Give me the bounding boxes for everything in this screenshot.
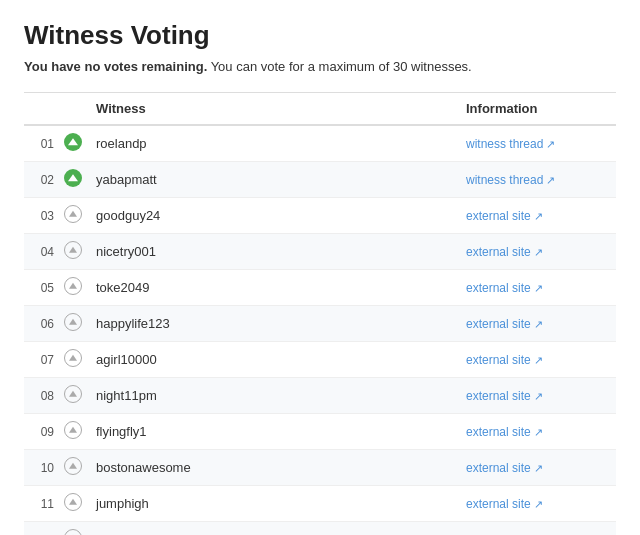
upvote-outline-icon[interactable] xyxy=(64,313,82,331)
vote-icon-cell[interactable] xyxy=(60,486,86,522)
info-link-cell[interactable]: external site↗ xyxy=(456,522,616,536)
witness-name: hunger365 xyxy=(86,522,456,536)
witness-name: toke2049 xyxy=(86,270,456,306)
info-link[interactable]: witness thread↗ xyxy=(466,137,555,151)
info-link-cell[interactable]: external site↗ xyxy=(456,342,616,378)
witness-name: yabapmatt xyxy=(86,162,456,198)
external-link-icon: ↗ xyxy=(534,390,543,403)
vote-icon-cell[interactable] xyxy=(60,450,86,486)
table-row: 09flyingfly1external site↗ xyxy=(24,414,616,450)
table-row: 01roelandpwitness thread↗ xyxy=(24,125,616,162)
witness-name: agirl10000 xyxy=(86,342,456,378)
upvote-outline-icon[interactable] xyxy=(64,421,82,439)
row-number: 07 xyxy=(24,342,60,378)
witness-name: jumphigh xyxy=(86,486,456,522)
vote-icon-cell[interactable] xyxy=(60,234,86,270)
page-subtitle: You have no votes remaining. You can vot… xyxy=(24,59,616,74)
info-link-cell[interactable]: external site↗ xyxy=(456,414,616,450)
table-row: 06happylife123external site↗ xyxy=(24,306,616,342)
row-number: 10 xyxy=(24,450,60,486)
info-link-cell[interactable]: witness thread↗ xyxy=(456,125,616,162)
external-link-icon: ↗ xyxy=(534,462,543,475)
info-link-cell[interactable]: external site↗ xyxy=(456,450,616,486)
witness-table: Witness Information 01roelandpwitness th… xyxy=(24,92,616,535)
info-link-cell[interactable]: external site↗ xyxy=(456,198,616,234)
table-row: 04nicetry001external site↗ xyxy=(24,234,616,270)
vote-icon-cell[interactable] xyxy=(60,162,86,198)
row-number: 12 xyxy=(24,522,60,536)
vote-icon-cell[interactable] xyxy=(60,342,86,378)
vote-icon-cell[interactable] xyxy=(60,125,86,162)
external-link-icon: ↗ xyxy=(546,138,555,151)
info-link-cell[interactable]: external site↗ xyxy=(456,306,616,342)
external-link-icon: ↗ xyxy=(534,246,543,259)
row-number: 09 xyxy=(24,414,60,450)
info-link-cell[interactable]: external site↗ xyxy=(456,270,616,306)
info-link[interactable]: external site↗ xyxy=(466,389,543,403)
vote-icon-cell[interactable] xyxy=(60,198,86,234)
row-number: 01 xyxy=(24,125,60,162)
info-link-cell[interactable]: external site↗ xyxy=(456,378,616,414)
witness-name: goodguy24 xyxy=(86,198,456,234)
row-number: 08 xyxy=(24,378,60,414)
info-link[interactable]: external site↗ xyxy=(466,353,543,367)
witness-name: happylife123 xyxy=(86,306,456,342)
col-header-info: Information xyxy=(456,93,616,126)
info-link[interactable]: witness thread↗ xyxy=(466,173,555,187)
external-link-icon: ↗ xyxy=(534,426,543,439)
col-header-witness: Witness xyxy=(86,93,456,126)
info-link-cell[interactable]: external site↗ xyxy=(456,234,616,270)
row-number: 06 xyxy=(24,306,60,342)
table-row: 03goodguy24external site↗ xyxy=(24,198,616,234)
table-row: 02yabapmattwitness thread↗ xyxy=(24,162,616,198)
vote-icon-cell[interactable] xyxy=(60,306,86,342)
witness-name: roelandp xyxy=(86,125,456,162)
upvote-outline-icon[interactable] xyxy=(64,241,82,259)
witness-name: bostonawesome xyxy=(86,450,456,486)
info-link[interactable]: external site↗ xyxy=(466,245,543,259)
vote-icon-cell[interactable] xyxy=(60,270,86,306)
external-link-icon: ↗ xyxy=(534,318,543,331)
col-header-icon xyxy=(60,93,86,126)
table-row: 11jumphighexternal site↗ xyxy=(24,486,616,522)
table-row: 05toke2049external site↗ xyxy=(24,270,616,306)
info-link[interactable]: external site↗ xyxy=(466,461,543,475)
witness-name: nicetry001 xyxy=(86,234,456,270)
row-number: 03 xyxy=(24,198,60,234)
info-link[interactable]: external site↗ xyxy=(466,497,543,511)
table-row: 10bostonawesomeexternal site↗ xyxy=(24,450,616,486)
upvote-filled-icon[interactable] xyxy=(64,169,82,187)
vote-icon-cell[interactable] xyxy=(60,522,86,536)
info-link[interactable]: external site↗ xyxy=(466,281,543,295)
table-row: 08night11pmexternal site↗ xyxy=(24,378,616,414)
upvote-outline-icon[interactable] xyxy=(64,529,82,535)
info-link[interactable]: external site↗ xyxy=(466,425,543,439)
page-title: Witness Voting xyxy=(24,20,616,51)
external-link-icon: ↗ xyxy=(534,498,543,511)
info-link-cell[interactable]: witness thread↗ xyxy=(456,162,616,198)
info-link[interactable]: external site↗ xyxy=(466,317,543,331)
vote-icon-cell[interactable] xyxy=(60,414,86,450)
upvote-filled-icon[interactable] xyxy=(64,133,82,151)
col-header-num xyxy=(24,93,60,126)
external-link-icon: ↗ xyxy=(534,210,543,223)
witness-name: night11pm xyxy=(86,378,456,414)
upvote-outline-icon[interactable] xyxy=(64,385,82,403)
upvote-outline-icon[interactable] xyxy=(64,493,82,511)
row-number: 05 xyxy=(24,270,60,306)
upvote-outline-icon[interactable] xyxy=(64,205,82,223)
upvote-outline-icon[interactable] xyxy=(64,277,82,295)
table-row: 12hunger365external site↗ xyxy=(24,522,616,536)
info-link[interactable]: external site↗ xyxy=(466,209,543,223)
info-link-cell[interactable]: external site↗ xyxy=(456,486,616,522)
row-number: 04 xyxy=(24,234,60,270)
upvote-outline-icon[interactable] xyxy=(64,457,82,475)
row-number: 02 xyxy=(24,162,60,198)
witness-name: flyingfly1 xyxy=(86,414,456,450)
row-number: 11 xyxy=(24,486,60,522)
table-row: 07agirl10000external site↗ xyxy=(24,342,616,378)
external-link-icon: ↗ xyxy=(534,354,543,367)
upvote-outline-icon[interactable] xyxy=(64,349,82,367)
vote-icon-cell[interactable] xyxy=(60,378,86,414)
external-link-icon: ↗ xyxy=(546,174,555,187)
